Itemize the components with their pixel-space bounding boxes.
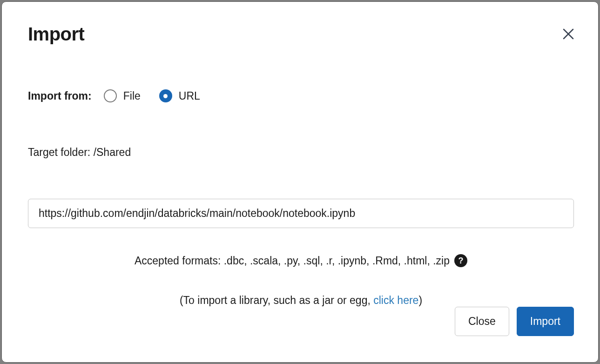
dialog-title: Import	[28, 24, 84, 45]
accepted-formats-row: Accepted formats: .dbc, .scala, .py, .sq…	[28, 254, 574, 267]
radio-label-url: URL	[179, 90, 200, 102]
target-folder-row: Target folder: /Shared	[28, 146, 574, 159]
close-icon[interactable]	[560, 26, 577, 42]
import-from-row: Import from: File URL	[28, 89, 574, 102]
radio-label-file: File	[123, 90, 141, 102]
radio-circle-url	[159, 89, 172, 102]
radio-option-url[interactable]: URL	[159, 89, 200, 102]
dialog-header: Import	[28, 24, 574, 45]
import-from-radio-group: File URL	[104, 89, 200, 102]
library-hint-prefix: (To import a library, such as a jar or e…	[180, 294, 373, 306]
radio-circle-file	[104, 89, 117, 102]
close-button[interactable]: Close	[455, 307, 509, 336]
import-button[interactable]: Import	[517, 307, 574, 336]
library-hint-suffix: )	[418, 294, 422, 306]
target-folder-label: Target folder:	[28, 146, 94, 158]
import-dialog: Import Import from: File URL Target fold…	[1, 1, 599, 363]
library-hint-link[interactable]: click here	[373, 294, 418, 306]
radio-option-file[interactable]: File	[104, 89, 141, 102]
target-folder-value: /Shared	[94, 146, 131, 158]
library-hint-row: (To import a library, such as a jar or e…	[28, 294, 574, 307]
import-from-label: Import from:	[28, 90, 92, 102]
dialog-button-row: Close Import	[455, 307, 574, 336]
help-icon[interactable]: ?	[454, 254, 467, 267]
accepted-formats-text: Accepted formats: .dbc, .scala, .py, .sq…	[135, 255, 450, 267]
url-input[interactable]	[28, 199, 574, 228]
